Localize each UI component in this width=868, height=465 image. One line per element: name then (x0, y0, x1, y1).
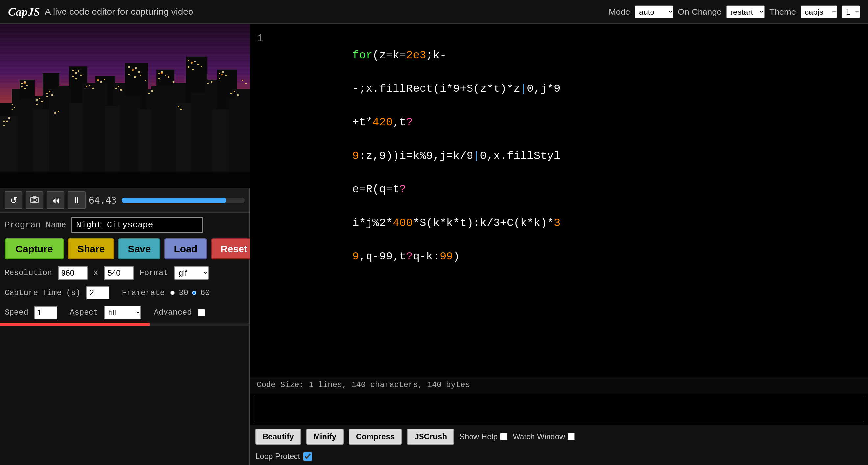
mode-select[interactable]: auto manual loop (635, 5, 673, 18)
svg-rect-80 (145, 79, 147, 81)
svg-rect-109 (24, 82, 26, 84)
show-help-label: Show Help (459, 432, 497, 441)
svg-rect-68 (100, 81, 102, 82)
speed-input[interactable] (34, 306, 57, 319)
load-button[interactable]: Load (164, 238, 207, 260)
svg-rect-75 (135, 67, 136, 69)
svg-rect-55 (46, 96, 48, 97)
svg-rect-112 (161, 72, 162, 74)
code-area[interactable]: 1 for(z=k=2e3;k- -;x.fillRect(i*9+S(z*t)… (250, 24, 868, 377)
bottom-progress (0, 323, 249, 326)
loop-button[interactable]: ↺ (5, 191, 22, 209)
app-container: CapJS A live code editor for capturing v… (0, 0, 868, 465)
prev-button[interactable]: ⏮ (47, 191, 64, 209)
svg-rect-37 (6, 121, 7, 122)
main-layout: ↺ ⏮ ⏸ 64.43 (0, 24, 868, 465)
svg-rect-70 (115, 88, 117, 89)
code-line-1: 1 for(z=k=2e3;k- -;x.fillRect(i*9+S(z*t)… (257, 30, 861, 282)
framerate-radio-group: 30 60 (170, 289, 210, 297)
program-name-input[interactable] (71, 218, 203, 232)
resolution-height-input[interactable] (104, 266, 133, 279)
svg-rect-49 (39, 98, 40, 99)
pause-icon: ⏸ (72, 195, 81, 205)
action-buttons: Capture Share Save Load Reset (0, 235, 249, 263)
progress-bar-container[interactable] (122, 198, 245, 203)
left-panel: ↺ ⏮ ⏸ 64.43 (0, 24, 250, 465)
format-select[interactable]: gif mp4 webm png (174, 266, 209, 279)
svg-rect-38 (3, 125, 5, 126)
on-change-select[interactable]: restart stop nothing (726, 5, 765, 18)
minify-button[interactable]: Minify (306, 429, 343, 444)
svg-rect-88 (173, 81, 175, 82)
svg-rect-43 (21, 83, 23, 84)
resolution-label: Resolution (5, 268, 52, 277)
capture-time-row: Capture Time (s) Framerate 30 60 (0, 283, 249, 303)
svg-rect-76 (138, 71, 140, 73)
svg-rect-61 (72, 76, 74, 77)
loop-icon: ↺ (10, 195, 18, 206)
framerate-30-radio[interactable] (170, 291, 175, 295)
svg-rect-115 (0, 172, 250, 188)
aspect-select[interactable]: fill fit stretch (104, 306, 141, 319)
advanced-checkbox[interactable] (198, 309, 205, 317)
svg-rect-48 (36, 99, 38, 101)
resolution-row: Resolution x Format gif mp4 webm png (0, 263, 249, 283)
header-right: Mode auto manual loop On Change restart … (609, 5, 860, 18)
framerate-60-label: 60 (200, 289, 210, 297)
svg-rect-54 (51, 94, 53, 96)
svg-rect-105 (234, 91, 235, 92)
pause-button[interactable]: ⏸ (68, 191, 86, 209)
share-button[interactable]: Share (68, 238, 114, 260)
jscrush-button[interactable]: JSCrush (407, 429, 454, 444)
screenshot-button[interactable] (26, 191, 43, 209)
compress-button[interactable]: Compress (349, 429, 402, 444)
svg-rect-60 (78, 70, 79, 72)
app-logo: CapJS (8, 5, 40, 19)
beautify-button[interactable]: Beautify (255, 429, 301, 444)
theme-label: Theme (769, 7, 796, 17)
framerate-60-radio[interactable] (192, 291, 196, 295)
svg-rect-81 (148, 93, 150, 94)
capture-time-input[interactable] (86, 286, 109, 299)
svg-rect-89 (178, 106, 179, 107)
svg-point-117 (33, 198, 36, 202)
advanced-label: Advanced (154, 308, 191, 317)
svg-rect-72 (120, 90, 122, 91)
svg-rect-58 (72, 70, 74, 71)
theme-select[interactable]: capjs default dark (801, 5, 837, 18)
watch-window-checkbox[interactable] (567, 433, 575, 440)
resolution-width-input[interactable] (58, 266, 88, 279)
svg-rect-98 (207, 83, 209, 84)
show-help-checkbox[interactable] (500, 433, 507, 440)
svg-rect-62 (80, 75, 82, 76)
svg-rect-110 (97, 79, 99, 80)
svg-rect-118 (33, 196, 36, 198)
svg-rect-56 (54, 112, 56, 114)
svg-rect-94 (197, 64, 199, 65)
svg-rect-69 (104, 79, 105, 80)
capture-button[interactable]: Capture (5, 238, 64, 260)
console-area[interactable] (254, 396, 864, 422)
svg-rect-79 (140, 75, 142, 76)
framerate-30-label: 30 (179, 289, 188, 297)
prev-icon: ⏮ (51, 195, 60, 205)
svg-rect-99 (211, 81, 212, 82)
theme-variant-select[interactable]: L D (842, 5, 860, 18)
svg-rect-78 (134, 76, 136, 77)
svg-rect-90 (180, 108, 182, 110)
aspect-label: Aspect (70, 308, 98, 317)
loop-protect-checkbox[interactable] (303, 452, 312, 461)
svg-rect-101 (222, 71, 224, 73)
loop-protect-label: Loop Protect (255, 452, 300, 461)
svg-rect-45 (21, 86, 23, 88)
svg-rect-42 (11, 109, 13, 110)
svg-rect-66 (92, 88, 94, 89)
svg-rect-57 (58, 111, 59, 112)
app-tagline: A live code editor for capturing video (45, 7, 193, 17)
svg-rect-36 (3, 121, 5, 122)
watch-window-label: Watch Window (513, 432, 565, 441)
svg-rect-100 (219, 73, 220, 74)
svg-rect-73 (128, 66, 130, 68)
code-content-1: for(z=k=2e3;k- -;x.fillRect(i*9+S(z*t)*z… (272, 30, 861, 282)
save-button[interactable]: Save (118, 238, 160, 260)
